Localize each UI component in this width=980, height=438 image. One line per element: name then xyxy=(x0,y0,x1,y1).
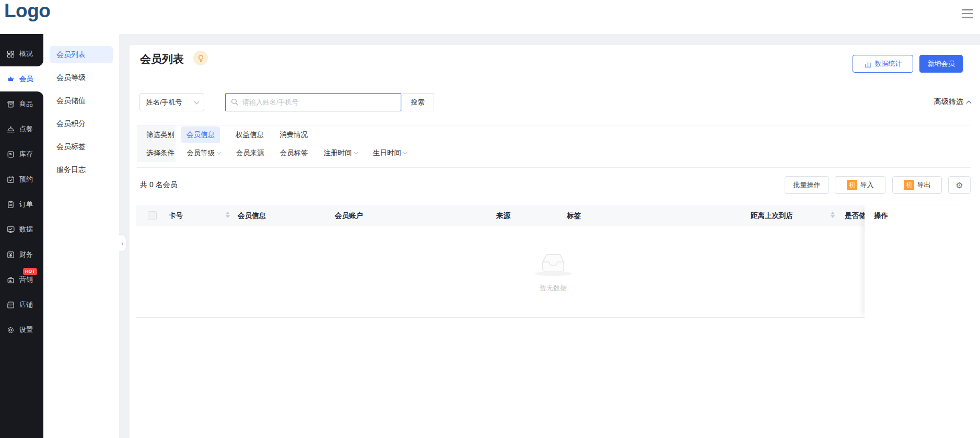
import-button[interactable]: 初 导入 xyxy=(835,176,885,194)
filter-tab-consumption[interactable]: 消费情况 xyxy=(279,130,308,140)
divider xyxy=(137,167,971,168)
bag-chart-icon xyxy=(6,275,15,284)
chevron-down-icon xyxy=(194,99,200,104)
primary-sidebar: 概况 会员 商品 点餐 库存 xyxy=(0,34,43,438)
column-tags: 标签 xyxy=(567,205,581,226)
grid-icon xyxy=(6,50,15,59)
filter-tab-rights-info[interactable]: 权益信息 xyxy=(236,130,264,140)
topbar: Logo xyxy=(0,0,980,34)
add-member-button[interactable]: 新增会员 xyxy=(919,55,963,73)
sidebar-item-settings[interactable]: 设置 xyxy=(0,317,43,342)
table-body-empty: 暂无数据 xyxy=(136,226,971,318)
submenu-item-member-tags[interactable]: 会员标签 xyxy=(50,138,113,155)
chevron-up-icon xyxy=(966,100,972,106)
sidebar-item-ordering[interactable]: 点餐 xyxy=(0,117,43,142)
column-member-account: 会员账户 xyxy=(335,205,363,226)
sidebar-item-orders[interactable]: 订单 xyxy=(0,192,43,217)
empty-inbox-icon xyxy=(539,251,568,274)
sidebar-item-inventory[interactable]: 库存 xyxy=(0,142,43,167)
secondary-sidebar: 会员列表 会员等级 会员储值 会员积分 会员标签 服务日志 xyxy=(43,34,119,438)
sidebar-item-marketing[interactable]: 营销 HOT xyxy=(0,267,43,292)
main-background: 会员列表 数据统计 新增会员 姓名/手机号 xyxy=(119,34,980,438)
clipboard-icon xyxy=(6,200,15,209)
sidebar-item-members[interactable]: 会员 xyxy=(0,66,43,91)
search-icon xyxy=(230,98,239,106)
column-source: 来源 xyxy=(496,205,510,226)
submenu-item-member-list[interactable]: 会员列表 xyxy=(50,46,113,63)
table-header: 卡号 会员信息 会员账户 来源 标签 距离上次到店 是否储值 xyxy=(136,205,971,226)
filter-register-time-dropdown[interactable]: 注册时间 xyxy=(324,148,358,158)
content-card: 会员列表 数据统计 新增会员 姓名/手机号 xyxy=(130,45,980,438)
batch-action-button[interactable]: 批量操作 xyxy=(785,176,829,194)
sidebar-item-data[interactable]: 数据 xyxy=(0,217,43,242)
filter-member-level-dropdown[interactable]: 会员等级 xyxy=(186,148,220,158)
filter-condition-row: 选择条件 会员等级 会员来源 会员标签 注册时间 生日时间 xyxy=(137,144,971,162)
submenu-item-member-level[interactable]: 会员等级 xyxy=(50,69,113,86)
search-input[interactable] xyxy=(225,93,401,111)
page-title: 会员列表 xyxy=(140,52,184,66)
filter-birthday-time-dropdown[interactable]: 生日时间 xyxy=(373,148,407,158)
gear-icon: ⚙ xyxy=(955,180,963,190)
member-count: 共 0 名会员 xyxy=(140,180,178,190)
sidebar-collapse-handle[interactable]: ‹ xyxy=(119,234,126,252)
gear-icon xyxy=(6,326,15,335)
submenu-item-member-points[interactable]: 会员积分 xyxy=(50,115,113,132)
advanced-filter-toggle[interactable]: 高级筛选 xyxy=(934,97,971,107)
search-input-wrap xyxy=(225,93,401,111)
chevron-down-icon xyxy=(217,150,221,154)
column-member-info: 会员信息 xyxy=(238,205,266,226)
column-card-number: 卡号 xyxy=(169,205,183,226)
new-feature-badge: 初 xyxy=(847,180,857,190)
new-feature-badge: 初 xyxy=(904,180,914,190)
yuan-square-icon xyxy=(6,250,15,259)
cloche-icon xyxy=(6,125,15,134)
crown-icon xyxy=(6,75,15,84)
sort-last-visit-icon[interactable] xyxy=(831,212,835,218)
column-last-visit: 距离上次到店 xyxy=(751,205,793,226)
filter-condition-label: 选择条件 xyxy=(137,144,176,162)
monitor-chart-icon xyxy=(6,225,15,234)
inventory-box-icon xyxy=(6,150,15,159)
chevron-down-icon xyxy=(354,150,358,154)
sidebar-item-overview[interactable]: 概况 xyxy=(0,41,43,66)
goods-box-icon xyxy=(6,100,15,109)
filter-tab-member-info[interactable]: 会员信息 xyxy=(181,126,220,143)
search-button[interactable]: 搜索 xyxy=(401,93,434,111)
sidebar-item-reservation[interactable]: 预约 xyxy=(0,167,43,192)
submenu-item-service-log[interactable]: 服务日志 xyxy=(50,161,113,178)
sidebar-item-shop[interactable]: 店铺 xyxy=(0,292,43,317)
search-field-select[interactable]: 姓名/手机号 xyxy=(139,93,204,111)
submenu-item-member-stored-value[interactable]: 会员储值 xyxy=(50,92,113,109)
select-all-checkbox[interactable] xyxy=(148,211,157,220)
hamburger-menu-icon[interactable] xyxy=(962,9,973,18)
empty-text: 暂无数据 xyxy=(540,283,567,293)
storefront-icon xyxy=(6,301,15,309)
filter-member-source[interactable]: 会员来源 xyxy=(236,148,264,158)
chevron-down-icon xyxy=(403,150,407,154)
member-table: 卡号 会员信息 会员账户 来源 标签 距离上次到店 是否储值 暂无数据 操作 xyxy=(136,205,971,318)
data-statistics-button[interactable]: 数据统计 xyxy=(853,55,913,73)
bar-chart-icon xyxy=(864,60,872,68)
sidebar-item-finance[interactable]: 财务 xyxy=(0,242,43,267)
export-button[interactable]: 初 导出 xyxy=(892,176,942,194)
filter-panel: 筛选类别 会员信息 权益信息 消费情况 选择条件 会员等级 会员来源 会员标签 … xyxy=(137,125,971,162)
sidebar-item-goods[interactable]: 商品 xyxy=(0,91,43,117)
filter-category-row: 筛选类别 会员信息 权益信息 消费情况 xyxy=(137,125,971,144)
column-action: 操作 xyxy=(874,205,888,226)
fixed-action-column: 操作 xyxy=(865,205,971,318)
empty-icon-shadow xyxy=(535,271,571,276)
sort-card-number-icon[interactable] xyxy=(226,212,230,218)
column-settings-button[interactable]: ⚙ xyxy=(948,176,971,194)
logo: Logo xyxy=(4,0,50,22)
lightbulb-help-icon[interactable] xyxy=(193,51,208,65)
calendar-check-icon xyxy=(6,175,15,184)
filter-member-tag[interactable]: 会员标签 xyxy=(280,148,308,158)
hot-badge: HOT xyxy=(23,268,37,275)
filter-category-label: 筛选类别 xyxy=(137,125,176,144)
